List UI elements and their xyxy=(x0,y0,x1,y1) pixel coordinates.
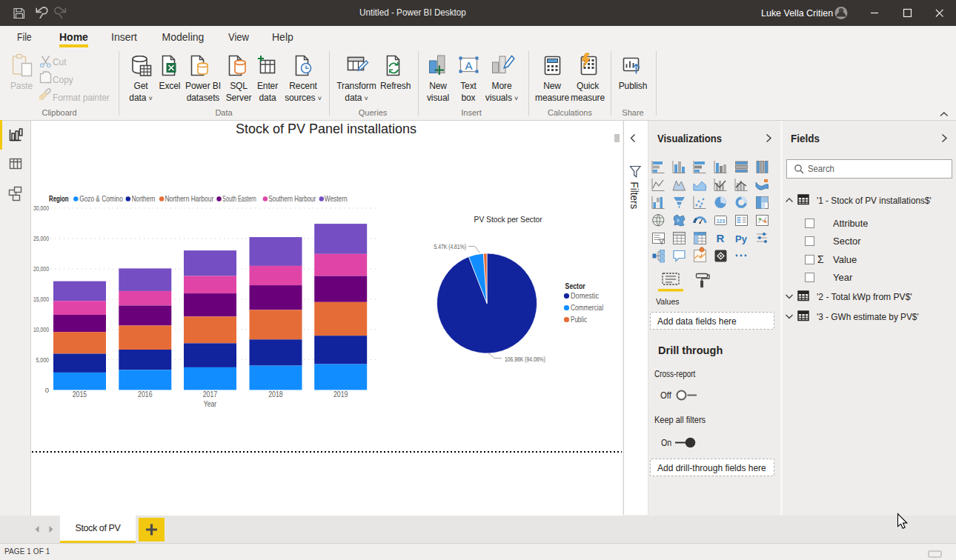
svg-text:5.47K (4.81%): 5.47K (4.81%) xyxy=(434,242,467,250)
svg-text:Northern Harbour: Northern Harbour xyxy=(165,194,214,203)
svg-text:2015: 2015 xyxy=(73,390,87,399)
svg-text:2019: 2019 xyxy=(333,390,348,399)
svg-text:South Eastern: South Eastern xyxy=(222,194,256,203)
svg-text:0: 0 xyxy=(45,386,49,394)
svg-text:15,000: 15,000 xyxy=(33,295,49,303)
svg-text:Year: Year xyxy=(204,399,217,408)
svg-text:2016: 2016 xyxy=(138,390,153,399)
svg-text:Public: Public xyxy=(571,316,587,324)
svg-text:Commercial: Commercial xyxy=(571,304,603,312)
svg-text:Region: Region xyxy=(49,194,69,203)
svg-text:2017: 2017 xyxy=(203,390,218,399)
svg-text:106.98K (94.08%): 106.98K (94.08%) xyxy=(505,355,545,363)
svg-text:25,000: 25,000 xyxy=(33,234,49,242)
svg-text:Northern: Northern xyxy=(132,194,156,203)
svg-text:Southern Harbour: Southern Harbour xyxy=(268,194,316,203)
svg-text:Sector: Sector xyxy=(565,282,585,290)
svg-text:10,000: 10,000 xyxy=(33,325,49,333)
svg-text:Western: Western xyxy=(325,194,348,203)
svg-text:PV Stock per Sector: PV Stock per Sector xyxy=(474,215,542,224)
svg-text:5,000: 5,000 xyxy=(36,356,50,364)
svg-text:Gozo & Comino: Gozo & Comino xyxy=(79,194,123,203)
svg-text:2018: 2018 xyxy=(268,390,283,399)
svg-text:20,000: 20,000 xyxy=(33,264,49,273)
svg-text:Stock of PV Panel installation: Stock of PV Panel installations xyxy=(236,121,416,136)
svg-text:Domestic: Domestic xyxy=(571,292,599,300)
svg-text:30,000: 30,000 xyxy=(33,204,49,212)
